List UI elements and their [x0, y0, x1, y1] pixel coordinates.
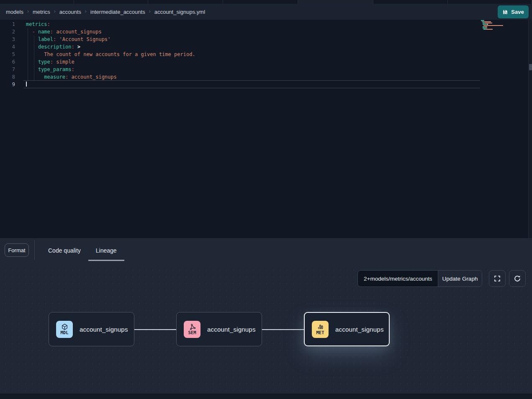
node-label: account_signups [207, 326, 256, 333]
breadcrumb-bar: models›metrics›accounts›intermediate_acc… [0, 4, 532, 20]
breadcrumb-item[interactable]: accounts [59, 9, 81, 15]
lineage-toolbar: Update Graph [357, 270, 526, 287]
editor-tab[interactable] [148, 0, 223, 4]
save-floppy-icon [502, 9, 508, 15]
lineage-graph-canvas[interactable]: Update Graph [0, 264, 532, 399]
line-number: 3 [0, 36, 15, 43]
line-number: 8 [0, 73, 15, 81]
editor-tab[interactable] [448, 0, 532, 4]
chevron-right-icon: › [149, 8, 151, 14]
minimap-line [481, 28, 505, 28]
lineage-node-met[interactable]: METaccount_signups [304, 312, 390, 346]
editor-minimap[interactable] [481, 20, 505, 31]
line-number: 5 [0, 51, 15, 58]
text-cursor [26, 82, 27, 87]
code-line: metrics: [26, 20, 478, 28]
bottom-panel: Format Code qualityLineage Update Graph [0, 238, 532, 399]
code-editor[interactable]: 123456789 metrics: - name: account_signu… [0, 20, 532, 238]
fullscreen-button[interactable] [489, 270, 506, 287]
code-line: - name: account_signups [26, 28, 478, 36]
minimap-line [481, 26, 505, 27]
line-number: 6 [0, 58, 15, 66]
lineage-edge [262, 329, 304, 330]
panel-tab-lineage[interactable]: Lineage [88, 239, 124, 262]
scrollbar-handle[interactable] [529, 64, 532, 70]
panel-header-divider [34, 240, 35, 260]
editor-tab[interactable] [223, 0, 298, 4]
breadcrumb-item[interactable]: intermediate_accounts [90, 9, 145, 15]
node-badge: SEM [188, 330, 196, 335]
line-number: 2 [0, 28, 15, 36]
minimap-line [481, 29, 505, 30]
code-line [26, 81, 478, 88]
minimap-line [481, 21, 505, 22]
update-graph-button[interactable]: Update Graph [438, 271, 482, 286]
code-line: The count of new accounts for a given ti… [26, 51, 478, 58]
breadcrumb-item[interactable]: account_signups.yml [154, 9, 205, 15]
node-badge: MET [316, 330, 324, 335]
save-button[interactable]: Save [498, 5, 529, 18]
minimap-line [481, 30, 505, 31]
refresh-button[interactable] [509, 270, 526, 287]
panel-tab-code-quality[interactable]: Code quality [41, 239, 88, 262]
graph-footer-strip [0, 394, 532, 399]
panel-tabs: Code qualityLineage [41, 239, 124, 262]
code-line: type_params: [26, 66, 478, 73]
chevron-right-icon: › [27, 8, 29, 14]
code-line: label: 'Account Signups' [26, 36, 478, 43]
editor-tab[interactable] [373, 0, 448, 4]
code-line: type: simple [26, 58, 478, 66]
node-label: account_signups [335, 326, 384, 333]
editor-tab[interactable] [298, 0, 373, 4]
line-number: 1 [0, 20, 15, 28]
minimap-line [481, 24, 505, 25]
lineage-node-mdl[interactable]: MDLaccount_signups [49, 312, 134, 346]
line-number: 7 [0, 66, 15, 73]
refresh-icon [514, 275, 521, 282]
editor-tab[interactable] [0, 0, 74, 4]
code-content: metrics: - name: account_signups label: … [26, 20, 478, 88]
graph-selector-input[interactable] [358, 271, 438, 286]
save-button-label: Save [511, 9, 524, 15]
line-number: 9 [0, 81, 15, 88]
editor-tab[interactable] [74, 0, 148, 4]
lineage-node-sem[interactable]: SEMaccount_signups [176, 312, 262, 346]
editor-scrollbar[interactable] [528, 20, 532, 238]
line-number: 4 [0, 43, 15, 51]
minimap-line [481, 25, 505, 26]
code-line: description: > [26, 43, 478, 51]
line-number-gutter: 123456789 [0, 20, 15, 88]
breadcrumb: models›metrics›accounts›intermediate_acc… [6, 4, 205, 20]
minimap-line [481, 20, 505, 21]
fullscreen-icon [493, 275, 501, 282]
graph-selector-group: Update Graph [357, 270, 482, 287]
lineage-edge [134, 329, 176, 330]
editor-tab-strip [0, 0, 532, 4]
metric-chart-icon: MET [312, 321, 329, 338]
minimap-line [481, 23, 505, 23]
chevron-right-icon: › [54, 8, 56, 14]
semantic-model-icon: SEM [184, 321, 200, 338]
code-line: measure: account_signups [26, 73, 478, 81]
chevron-right-icon: › [85, 8, 87, 14]
node-badge: MDL [61, 330, 69, 335]
breadcrumb-item[interactable]: metrics [33, 9, 50, 15]
format-button[interactable]: Format [5, 243, 29, 257]
model-cube-icon: MDL [56, 321, 73, 338]
breadcrumb-item[interactable]: models [6, 9, 23, 15]
node-label: account_signups [80, 326, 128, 333]
